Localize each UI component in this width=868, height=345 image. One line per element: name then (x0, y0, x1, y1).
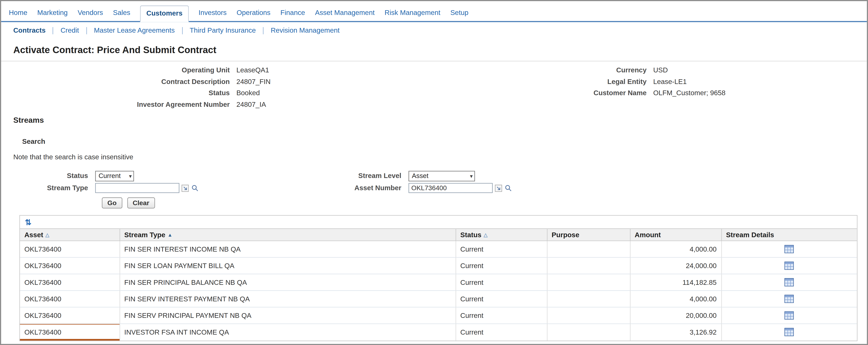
detail-label: Currency (443, 65, 647, 76)
application-window: Home Marketing Vendors Sales Customers I… (0, 0, 868, 345)
asset-cell: OKL736400 (20, 241, 120, 257)
stream-level-label: Stream Level (311, 172, 401, 180)
contract-details-right: CurrencyUSD Legal EntityLease-LE1 Custom… (443, 65, 867, 110)
sort-unsorted-icon: △ (45, 232, 49, 237)
search-icon[interactable] (504, 184, 512, 192)
page-title: Activate Contract: Price And Submit Cont… (1, 38, 867, 61)
stream-details-cell (721, 290, 857, 307)
stream-details-cell (721, 324, 857, 340)
tab-operations[interactable]: Operations (237, 9, 271, 21)
subtab-contracts[interactable]: Contracts (13, 27, 45, 34)
amount-cell: 4,000.00 (630, 290, 721, 307)
go-button[interactable]: Go (102, 198, 122, 208)
purpose-cell (547, 324, 630, 340)
stream-type-cell: FIN SERV PRINCIPAL PAYMENT NB QA (120, 307, 456, 324)
top-tab-bar: Home Marketing Vendors Sales Customers I… (1, 1, 867, 22)
tab-sales[interactable]: Sales (113, 9, 130, 21)
detail-label: Status (1, 87, 230, 99)
subtab-credit[interactable]: Credit (60, 27, 79, 34)
tab-asset-management[interactable]: Asset Management (315, 9, 375, 21)
stream-details-icon[interactable] (784, 328, 794, 336)
status-cell: Current (456, 324, 547, 340)
table-row: OKL736400 FIN SERV PRINCIPAL PAYMENT NB … (20, 307, 857, 324)
stream-type-input[interactable] (95, 183, 179, 193)
detail-row: Contract Description24807_FIN (1, 76, 271, 88)
amount-cell: 4,000.00 (630, 241, 721, 257)
detail-value: 24807_IA (230, 100, 266, 108)
search-form-left: Status Current ▾ Stream Type (1, 170, 311, 194)
stream-type-cell: FIN SER PRINCIPAL BALANCE NB QA (120, 274, 456, 290)
amount-cell: 24,000.00 (630, 257, 721, 274)
detail-value: USD (647, 66, 668, 74)
column-header-purpose: Purpose (547, 229, 630, 241)
detail-row: Investor Agreement Number24807_IA (1, 99, 271, 110)
status-cell: Current (456, 307, 547, 324)
contract-details-left: Operating UnitLeaseQA1 Contract Descript… (1, 65, 271, 110)
stream-type-label: Stream Type (1, 184, 88, 192)
table-header-row: Asset△ Stream Type▲ Status△ Purpose Amou… (20, 229, 857, 241)
column-header-asset[interactable]: Asset△ (20, 229, 120, 241)
detail-label: Contract Description (1, 76, 230, 88)
status-cell: Current (456, 257, 547, 274)
asset-cell: OKL736400 (20, 274, 120, 290)
search-note: Note that the search is case insensitive (13, 153, 867, 162)
subtab-master-lease-agreements[interactable]: Master Lease Agreements (94, 27, 175, 34)
asset-cell: OKL736400 (20, 257, 120, 274)
stream-details-cell (721, 274, 857, 290)
search-icon[interactable] (191, 184, 199, 192)
detail-row: StatusBooked (1, 87, 271, 99)
subtab-divider (263, 27, 264, 34)
detail-value: LeaseQA1 (230, 66, 269, 74)
clear-button[interactable]: Clear (127, 198, 155, 208)
asset-cell: OKL736400 (20, 324, 120, 340)
column-header-stream-details: Stream Details (721, 229, 857, 241)
stream-details-icon[interactable] (784, 245, 794, 253)
streams-section-heading: Streams (13, 116, 867, 126)
sort-columns-icon[interactable]: ⇅ (25, 218, 32, 226)
amount-cell: 3,126.92 (630, 324, 721, 340)
status-cell: Current (456, 274, 547, 290)
lov-arrow-icon[interactable] (495, 184, 502, 192)
column-header-stream-type[interactable]: Stream Type▲ (120, 229, 456, 241)
detail-row: Customer NameOLFM_Customer; 9658 (443, 87, 867, 99)
detail-value: Booked (230, 89, 260, 97)
column-header-label: Amount (634, 231, 661, 239)
purpose-cell (547, 241, 630, 257)
stream-details-icon[interactable] (784, 311, 794, 320)
search-heading: Search (22, 138, 867, 146)
status-select[interactable]: Current ▾ (95, 171, 134, 181)
subtab-revision-management[interactable]: Revision Management (271, 27, 340, 34)
stream-details-icon[interactable] (784, 278, 794, 286)
detail-row: Legal EntityLease-LE1 (443, 76, 867, 88)
tab-vendors[interactable]: Vendors (78, 9, 103, 21)
status-select-value: Current (98, 172, 121, 180)
tab-home[interactable]: Home (9, 9, 27, 21)
detail-label: Operating Unit (1, 65, 230, 76)
column-header-label: Purpose (552, 231, 579, 239)
chevron-down-icon: ▾ (129, 173, 132, 179)
asset-number-label: Asset Number (311, 184, 401, 192)
tab-risk-management[interactable]: Risk Management (384, 9, 440, 21)
purpose-cell (547, 307, 630, 324)
tab-setup[interactable]: Setup (451, 9, 468, 21)
streams-table-container: ⇅ Asset△ Stream Type▲ Status△ (19, 215, 857, 341)
tab-customers[interactable]: Customers (140, 5, 188, 22)
stream-details-icon[interactable] (784, 295, 794, 303)
stream-details-icon[interactable] (784, 262, 794, 270)
sub-tab-bar: Contracts Credit Master Lease Agreements… (1, 22, 867, 38)
contract-details: Operating UnitLeaseQA1 Contract Descript… (1, 61, 867, 110)
detail-label: Investor Agreement Number (1, 99, 230, 110)
subtab-third-party-insurance[interactable]: Third Party Insurance (190, 27, 256, 34)
column-header-status[interactable]: Status△ (456, 229, 547, 241)
status-cell: Current (456, 290, 547, 307)
search-form-right: Stream Level Asset ▾ Asset Number (311, 170, 512, 194)
stream-level-select[interactable]: Asset ▾ (409, 171, 475, 181)
tab-marketing[interactable]: Marketing (37, 9, 67, 21)
sort-ascending-icon: ▲ (167, 232, 173, 237)
amount-cell: 114,182.85 (630, 274, 721, 290)
asset-number-input[interactable] (409, 183, 493, 193)
purpose-cell (547, 290, 630, 307)
lov-arrow-icon[interactable] (182, 184, 189, 192)
tab-investors[interactable]: Investors (198, 9, 227, 21)
tab-finance[interactable]: Finance (280, 9, 305, 21)
